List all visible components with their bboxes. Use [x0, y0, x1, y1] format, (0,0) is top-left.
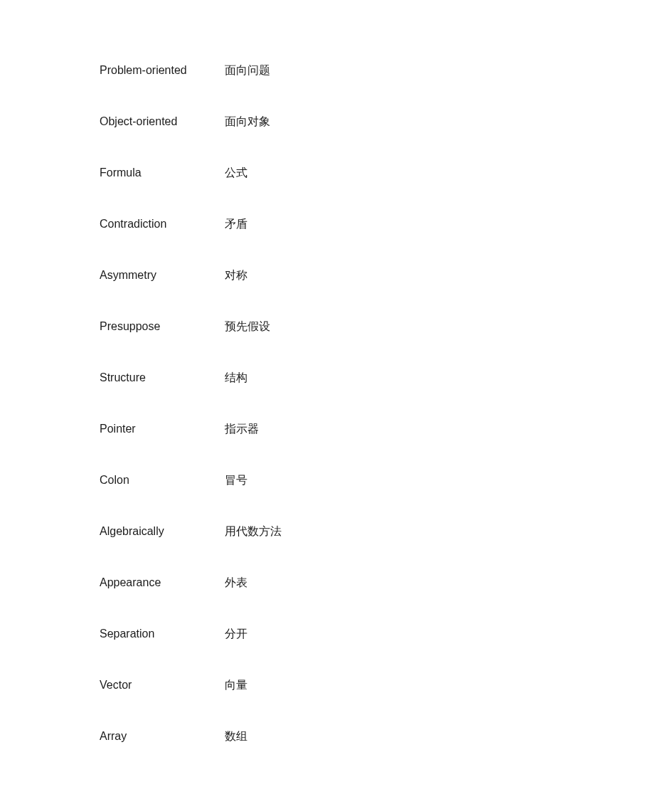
term-chinese: 公式: [225, 165, 247, 181]
vocabulary-list: Problem-oriented 面向问题 Object-oriented 面向…: [0, 0, 672, 744]
term-english: Pointer: [100, 421, 225, 437]
term-chinese: 预先假设: [225, 319, 270, 334]
term-english: Separation: [100, 626, 225, 642]
term-english: Appearance: [100, 575, 225, 591]
term-english: Array: [100, 729, 225, 744]
term-chinese: 面向问题: [225, 63, 270, 78]
term-english: Algebraically: [100, 524, 225, 539]
vocab-row: Array 数组: [100, 729, 629, 744]
term-english: Structure: [100, 370, 225, 386]
term-english: Colon: [100, 472, 225, 488]
term-english: Contradiction: [100, 216, 225, 232]
vocab-row: Formula 公式: [100, 165, 629, 181]
vocab-row: Asymmetry 对称: [100, 268, 629, 283]
term-chinese: 指示器: [225, 421, 259, 437]
term-chinese: 向量: [225, 677, 247, 693]
term-english: Problem-oriented: [100, 63, 225, 78]
term-english: Formula: [100, 165, 225, 181]
vocab-row: Structure 结构: [100, 370, 629, 386]
vocab-row: Vector 向量: [100, 677, 629, 693]
vocab-row: Appearance 外表: [100, 575, 629, 591]
term-chinese: 面向对象: [225, 114, 270, 129]
vocab-row: Separation 分开: [100, 626, 629, 642]
term-chinese: 用代数方法: [225, 524, 282, 539]
term-chinese: 数组: [225, 729, 247, 744]
vocab-row: Contradiction 矛盾: [100, 216, 629, 232]
term-english: Asymmetry: [100, 268, 225, 283]
term-chinese: 矛盾: [225, 216, 247, 232]
term-chinese: 分开: [225, 626, 247, 642]
term-chinese: 对称: [225, 268, 247, 283]
vocab-row: Presuppose 预先假设: [100, 319, 629, 334]
term-english: Presuppose: [100, 319, 225, 334]
term-english: Object-oriented: [100, 114, 225, 129]
vocab-row: Algebraically 用代数方法: [100, 524, 629, 539]
term-chinese: 冒号: [225, 472, 247, 488]
term-english: Vector: [100, 677, 225, 693]
vocab-row: Object-oriented 面向对象: [100, 114, 629, 129]
term-chinese: 外表: [225, 575, 247, 591]
vocab-row: Problem-oriented 面向问题: [100, 63, 629, 78]
vocab-row: Pointer 指示器: [100, 421, 629, 437]
vocab-row: Colon 冒号: [100, 472, 629, 488]
term-chinese: 结构: [225, 370, 247, 386]
